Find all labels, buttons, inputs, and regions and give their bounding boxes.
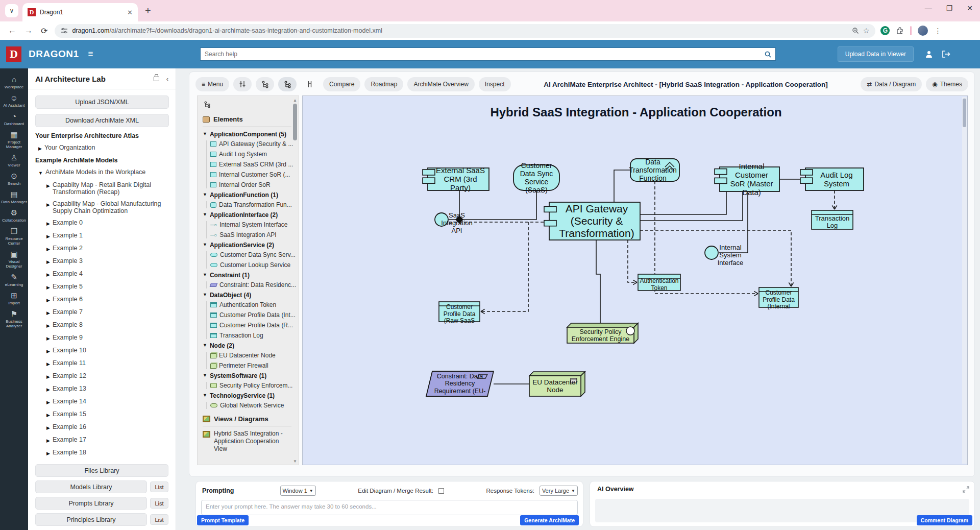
relationship-line[interactable]: [614, 170, 630, 202]
collapse-panel-icon[interactable]: ‹: [166, 75, 168, 83]
scroll-up-icon[interactable]: ▲: [292, 98, 298, 103]
collapse-arrow-icon[interactable]: ▼: [203, 272, 207, 279]
help-search-input[interactable]: [205, 51, 765, 58]
collapse-arrow-icon[interactable]: ▼: [203, 131, 207, 138]
element-item[interactable]: Customer Profile Data (R...: [210, 322, 291, 329]
browser-tab[interactable]: D Dragon1 ✕: [22, 3, 138, 21]
rail-item-workplace[interactable]: ⌂ Workplace: [0, 76, 28, 89]
canvas-scrollbar[interactable]: [962, 97, 967, 464]
element-item[interactable]: API Gateway (Security & ...: [210, 140, 291, 148]
expand-arrow-icon[interactable]: ▶: [46, 411, 50, 419]
elements-scrollbar[interactable]: ▲ ▼: [292, 98, 298, 464]
search-icon[interactable]: [765, 51, 771, 58]
element-group-header[interactable]: ▼Node (2): [203, 342, 291, 349]
expand-arrow-icon[interactable]: ▶: [46, 359, 50, 368]
element-group-header[interactable]: ▼TechnologyService (1): [203, 392, 291, 399]
bookmark-star-icon[interactable]: ☆: [863, 27, 870, 35]
element-group-header[interactable]: ▼DataObject (4): [203, 292, 291, 299]
tree-item[interactable]: ▶Example 14: [46, 398, 168, 406]
logout-icon[interactable]: [942, 50, 950, 58]
tree-item[interactable]: ▶Example 17: [46, 436, 168, 444]
edit-merge-checkbox[interactable]: [438, 488, 444, 494]
expand-arrow-icon[interactable]: ▶: [46, 232, 50, 240]
comment-diagram-button[interactable]: Comment Diagram: [917, 515, 972, 525]
account-icon[interactable]: [925, 50, 933, 58]
prompts-library-button[interactable]: Prompts Library: [35, 497, 147, 510]
nav-menu-icon[interactable]: ≡: [88, 49, 93, 59]
collapse-arrow-icon[interactable]: ▼: [203, 392, 207, 399]
elements-tree-icon[interactable]: [204, 101, 291, 110]
collapse-arrow-icon[interactable]: ▼: [203, 342, 207, 349]
expand-arrow-icon[interactable]: ▶: [46, 436, 50, 444]
element-group-header[interactable]: ▼ApplicationComponent (5): [203, 131, 291, 138]
collapse-arrow-icon[interactable]: ▼: [203, 191, 207, 199]
branch-compare-pill[interactable]: [301, 77, 319, 91]
lock-icon[interactable]: [154, 77, 159, 81]
element-group-header[interactable]: ▼ApplicationInterface (2): [203, 211, 291, 219]
relationship-line[interactable]: [640, 191, 726, 214]
rail-item-resource-center[interactable]: ❐ Resource Center: [0, 227, 28, 246]
expand-arrow-icon[interactable]: ▶: [46, 385, 50, 393]
element-group-header[interactable]: ▼ApplicationService (2): [203, 242, 291, 249]
element-item[interactable]: Security Policy Enforcem...: [210, 382, 291, 389]
expand-arrow-icon[interactable]: ▶: [46, 347, 50, 355]
expand-arrow-icon[interactable]: ▶: [38, 144, 42, 152]
principles-library-button[interactable]: Principles Library: [35, 513, 147, 526]
element-item[interactable]: Customer Data Sync Serv...: [210, 251, 291, 258]
tree-item[interactable]: ▶Example 11: [46, 359, 168, 368]
profile-avatar[interactable]: [918, 26, 928, 36]
files-library-button[interactable]: Files Library: [35, 464, 168, 477]
rail-item-data-manager[interactable]: ▤ Data Manager: [0, 190, 28, 204]
themes-pill[interactable]: ◉Themes: [926, 77, 968, 91]
element-group-header[interactable]: ▼Constraint (1): [203, 272, 291, 279]
reload-icon[interactable]: ⟳: [41, 26, 47, 36]
window-select[interactable]: Window 1▼: [280, 486, 316, 496]
forward-icon[interactable]: →: [24, 26, 33, 35]
tree-item[interactable]: ▶Example 12: [46, 372, 168, 380]
element-item[interactable]: Constraint: Data Residenc...: [210, 281, 291, 288]
tree-item[interactable]: ▶Example 9: [46, 334, 168, 342]
element-group-header[interactable]: ▼ApplicationFunction (1): [203, 191, 291, 199]
address-bar[interactable]: dragon1.com/ai/archimate?f=/downloads/dr…: [55, 24, 875, 38]
window-restore-icon[interactable]: ❐: [946, 4, 953, 12]
element-item[interactable]: Audit Log System: [210, 151, 291, 158]
list-button[interactable]: List: [150, 514, 168, 525]
canvas-scroll-thumb[interactable]: [963, 99, 966, 127]
element-item[interactable]: Customer Profile Data (Int...: [210, 311, 291, 319]
expand-arrow-icon[interactable]: ▶: [46, 270, 50, 278]
rail-item-business-analyzer[interactable]: ⚑ Business Analyzer: [0, 310, 28, 328]
expand-arrow-icon[interactable]: ▶: [46, 449, 50, 457]
expand-arrow-icon[interactable]: ▶: [46, 296, 50, 304]
element-item[interactable]: ─○SaaS Integration API: [210, 231, 291, 238]
relationship-line[interactable]: [596, 240, 600, 323]
site-settings-icon[interactable]: [61, 27, 68, 34]
tree-item[interactable]: ▶Example 2: [46, 245, 168, 253]
element-item[interactable]: Authentication Token: [210, 301, 291, 308]
window-close-icon[interactable]: ✕: [967, 4, 973, 12]
tree-item[interactable]: ▶Example 4: [46, 270, 168, 278]
tree-item[interactable]: ▶Example 10: [46, 347, 168, 355]
tree-item[interactable]: ▶Example 0: [46, 219, 168, 227]
diagram-node-internal-system-interface[interactable]: [705, 246, 718, 259]
element-item[interactable]: Internal Customer SoR (...: [210, 171, 291, 178]
grammarly-extension-icon[interactable]: G: [880, 26, 890, 35]
rail-item-ai-assistant[interactable]: ☺ AI Assistant: [0, 94, 28, 108]
tree-item[interactable]: ▶Example 3: [46, 257, 168, 266]
rail-item-elearning[interactable]: ✎ eLearning: [0, 273, 28, 287]
tab-close-icon[interactable]: ✕: [127, 9, 133, 16]
tree-item[interactable]: ▶Capabiity Map - Retail Bank Digital Tra…: [46, 181, 168, 196]
tree-item[interactable]: ▶Example 1: [46, 232, 168, 240]
upload-data-in-viewer-button[interactable]: Upload Data in Viewer: [838, 46, 914, 62]
expand-arrow-icon[interactable]: ▶: [46, 283, 50, 291]
dragon1-logo[interactable]: D: [6, 46, 21, 62]
tree-layout-alt-pill[interactable]: [278, 77, 297, 91]
tree-item[interactable]: ▶Capability Map - Global Manufacturing S…: [46, 200, 168, 214]
scroll-thumb[interactable]: [293, 104, 297, 140]
rail-item-dashboard[interactable]: ◔ Dashboard: [0, 112, 28, 126]
new-tab-button[interactable]: +: [145, 5, 151, 17]
element-group-header[interactable]: ▼SystemSoftware (1): [203, 372, 291, 379]
expand-arrow-icon[interactable]: ▶: [46, 334, 50, 342]
rail-item-visual-designer[interactable]: ▣ Visual Designer: [0, 250, 28, 269]
expand-arrow-icon[interactable]: ▶: [46, 200, 50, 214]
extensions-icon[interactable]: [896, 27, 904, 35]
